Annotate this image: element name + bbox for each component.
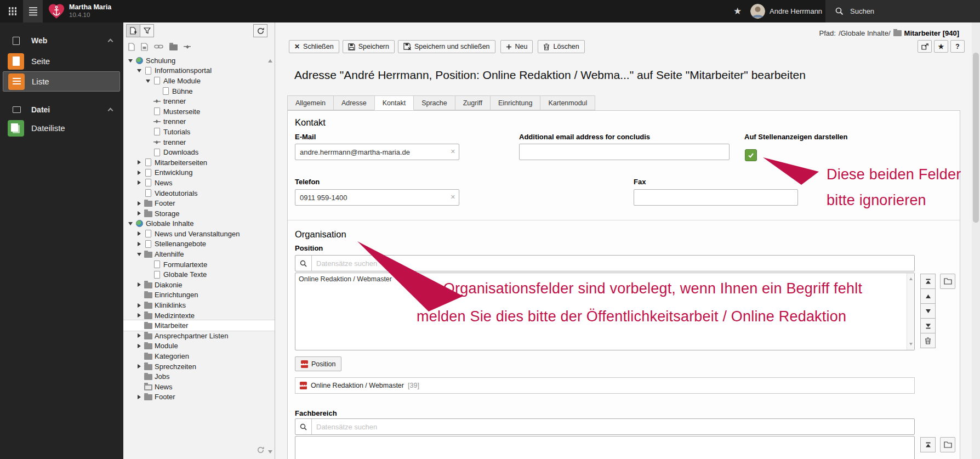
caret-collapsed-icon[interactable] bbox=[135, 179, 143, 186]
bookmark-button[interactable]: ★ bbox=[934, 40, 948, 53]
tree-scroll-down-icon[interactable] bbox=[268, 450, 272, 456]
user-avatar[interactable] bbox=[750, 4, 765, 19]
tree-item[interactable]: Medizintexte bbox=[123, 310, 275, 321]
sidebar-item-seite[interactable]: Seite bbox=[0, 51, 123, 71]
caret-expanded-icon[interactable] bbox=[135, 67, 143, 74]
tree-item[interactable]: Diakonie bbox=[123, 280, 275, 290]
caret-collapsed-icon[interactable] bbox=[135, 342, 143, 349]
tree-item[interactable]: Globale Texte bbox=[123, 269, 275, 280]
tree-item[interactable]: News bbox=[123, 382, 275, 392]
tree-item[interactable]: Entwicklung bbox=[123, 168, 275, 178]
tree-item-selected[interactable]: Mitarbeiter bbox=[123, 320, 275, 331]
path-parent[interactable]: /Globale Inhalte/ bbox=[839, 29, 891, 37]
tab-einrichtung[interactable]: Einrichtung bbox=[490, 95, 541, 110]
drag-folder-icon[interactable] bbox=[169, 44, 178, 50]
drag-page-content-icon[interactable] bbox=[141, 43, 148, 51]
tree-item[interactable]: trenner bbox=[123, 117, 275, 127]
tab-kartenmodul[interactable]: Kartenmodul bbox=[540, 95, 595, 110]
tab-sprache[interactable]: Sprache bbox=[413, 95, 455, 110]
brand-logo[interactable] bbox=[48, 3, 65, 21]
sidebar-section-datei[interactable]: Datei bbox=[0, 103, 123, 117]
caret-collapsed-icon[interactable] bbox=[135, 169, 143, 176]
listbox-scrollbar[interactable] bbox=[907, 273, 914, 350]
move-up-button[interactable] bbox=[920, 288, 936, 304]
module-menu-toggle-button[interactable] bbox=[23, 0, 43, 22]
tree-item[interactable]: Bühne bbox=[123, 86, 275, 97]
tree-item[interactable]: trenner bbox=[123, 137, 275, 148]
sidebar-section-web[interactable]: Web bbox=[0, 33, 123, 48]
tree-item[interactable]: Footer bbox=[123, 392, 275, 403]
tree-item[interactable]: Sprechzeiten bbox=[123, 361, 275, 372]
tab-kontakt[interactable]: Kontakt bbox=[374, 95, 414, 110]
tab-zugriff[interactable]: Zugriff bbox=[455, 95, 491, 110]
filter-button[interactable] bbox=[140, 24, 154, 37]
caret-collapsed-icon[interactable] bbox=[135, 230, 143, 237]
tree-refresh-button[interactable] bbox=[253, 24, 267, 37]
tree-item[interactable]: Einrichtungen bbox=[123, 290, 275, 301]
tree-item[interactable]: News bbox=[123, 178, 275, 188]
tree-item[interactable]: Schulung bbox=[123, 55, 275, 66]
page-scrollbar[interactable] bbox=[972, 22, 980, 459]
tree-bottom-refresh-button[interactable] bbox=[257, 446, 265, 456]
add-position-button[interactable]: Position bbox=[295, 356, 341, 371]
caret-collapsed-icon[interactable] bbox=[135, 200, 143, 207]
caret-collapsed-icon[interactable] bbox=[135, 281, 143, 288]
caret-expanded-icon[interactable] bbox=[144, 77, 151, 84]
remove-item-button[interactable] bbox=[920, 333, 936, 348]
browse-records-button[interactable] bbox=[940, 437, 955, 452]
tree-item[interactable]: Musterseite bbox=[123, 106, 275, 117]
apps-grid-button[interactable] bbox=[3, 0, 22, 22]
caret-expanded-icon[interactable] bbox=[127, 57, 134, 64]
position-listbox[interactable]: Online Redaktion / Webmaster bbox=[295, 273, 915, 350]
tree-item[interactable]: Informationsportal bbox=[123, 66, 275, 76]
tree-item[interactable]: Videotutorials bbox=[123, 188, 275, 199]
tree-item[interactable]: Footer bbox=[123, 198, 275, 208]
fachbereich-search-input[interactable] bbox=[312, 419, 914, 434]
move-to-top-button[interactable] bbox=[920, 437, 936, 452]
bookmark-star-button[interactable]: ★ bbox=[733, 0, 742, 22]
scrollbar-thumb[interactable] bbox=[973, 53, 979, 223]
tree-item[interactable]: Altenhilfe bbox=[123, 249, 275, 259]
tree-item[interactable]: Storage bbox=[123, 208, 275, 219]
tree-item[interactable]: trenner bbox=[123, 96, 275, 106]
scroll-down-icon[interactable] bbox=[909, 343, 913, 347]
tree-item[interactable]: Module bbox=[123, 341, 275, 352]
tree-item[interactable]: News und Veranstaltungen bbox=[123, 229, 275, 239]
open-in-new-window-button[interactable] bbox=[918, 40, 932, 53]
sidebar-item-dateiliste[interactable]: Dateiliste bbox=[0, 118, 123, 138]
user-menu[interactable]: Andre Herrmann bbox=[770, 0, 822, 22]
caret-collapsed-icon[interactable] bbox=[135, 159, 143, 166]
sidebar-item-liste[interactable]: Liste bbox=[3, 71, 120, 92]
fachbereich-listbox[interactable] bbox=[295, 436, 915, 459]
browse-records-button[interactable] bbox=[940, 274, 955, 289]
drag-link-icon[interactable] bbox=[154, 44, 163, 49]
global-search[interactable]: Suchen bbox=[825, 0, 980, 22]
drag-page-icon[interactable] bbox=[128, 43, 135, 51]
caret-collapsed-icon[interactable] bbox=[135, 363, 143, 370]
tree-item[interactable]: Kategorien bbox=[123, 351, 275, 361]
scroll-up-icon[interactable] bbox=[909, 276, 913, 280]
tree-item[interactable]: Jobs bbox=[123, 371, 275, 382]
caret-collapsed-icon[interactable] bbox=[135, 393, 143, 400]
telefon-field[interactable] bbox=[295, 189, 459, 206]
caret-collapsed-icon[interactable] bbox=[135, 312, 143, 319]
save-and-close-button[interactable]: Speichern und schließen bbox=[398, 40, 495, 53]
tree-item[interactable]: Tutorials bbox=[123, 127, 275, 137]
clear-input-icon[interactable]: ✕ bbox=[451, 148, 455, 155]
tree-item[interactable]: Downloads bbox=[123, 147, 275, 157]
tree-item[interactable]: Mitarbeiterseiten bbox=[123, 157, 275, 168]
tree-item[interactable]: Kliniklinks bbox=[123, 300, 275, 310]
tree-scroll-up-icon[interactable] bbox=[268, 57, 272, 63]
caret-collapsed-icon[interactable] bbox=[135, 332, 143, 339]
path-current[interactable]: Mitarbeiter [940] bbox=[904, 29, 959, 37]
position-record-row[interactable]: Online Redaktion / Webmaster [39] bbox=[295, 377, 915, 394]
drag-divider-icon[interactable] bbox=[184, 44, 191, 50]
position-search-input[interactable] bbox=[312, 256, 914, 271]
tree-item[interactable]: Globale Inhalte bbox=[123, 219, 275, 229]
concludis-email-field[interactable] bbox=[519, 144, 730, 160]
tab-allgemein[interactable]: Allgemein bbox=[287, 95, 334, 110]
new-page-button[interactable] bbox=[126, 24, 140, 37]
position-list-item[interactable]: Online Redaktion / Webmaster bbox=[295, 273, 914, 285]
move-to-top-button[interactable] bbox=[920, 274, 936, 289]
help-button[interactable]: ? bbox=[950, 40, 965, 53]
